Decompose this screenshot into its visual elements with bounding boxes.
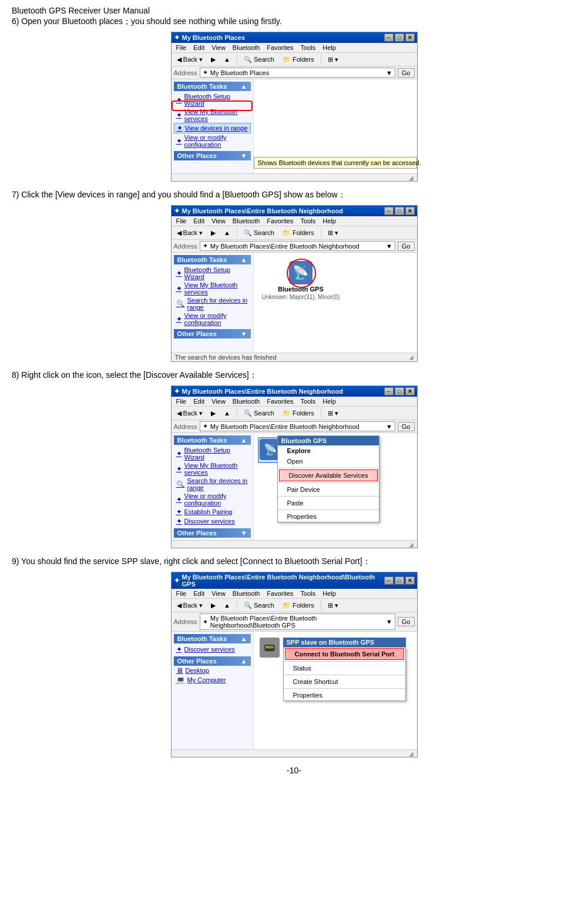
addr-box-3[interactable]: ✦ My Bluetooth Places\Entire Bluetooth N… [200, 421, 395, 431]
task-pairing-3[interactable]: ✦ Establish Pairing [174, 507, 251, 517]
addr-dropdown-4[interactable]: ▼ [386, 618, 392, 625]
menu-edit-3[interactable]: Edit [190, 397, 208, 405]
task-desktop-4[interactable]: 🖥 Desktop [174, 666, 251, 675]
task-search-3[interactable]: 🔍 Search for devices in range [174, 477, 251, 492]
task-discover-3[interactable]: ✦ Discover services [174, 517, 251, 526]
search-btn-4[interactable]: 🔍 Search [241, 601, 277, 611]
task-setup-wizard-1[interactable]: ✦ Bluetooth Setup Wizard [174, 92, 251, 108]
max-btn-4[interactable]: □ [395, 576, 404, 585]
menu-tools-3[interactable]: Tools [297, 397, 320, 405]
go-btn-2[interactable]: Go [398, 242, 415, 251]
address-dropdown-1[interactable]: ▼ [386, 69, 392, 76]
menu-tools-4[interactable]: Tools [297, 589, 320, 598]
addr-box-4[interactable]: ✦ My Bluetooth Places\Entire Bluetooth N… [200, 613, 395, 630]
go-btn-1[interactable]: Go [398, 68, 415, 78]
ctx-status-4[interactable]: Status [284, 663, 406, 673]
up-btn-4[interactable]: ▲ [221, 601, 233, 610]
go-btn-4[interactable]: Go [398, 617, 415, 626]
search-btn-3[interactable]: 🔍 Search [241, 408, 277, 418]
max-btn-2[interactable]: □ [395, 207, 404, 215]
menu-favorites-2[interactable]: Favorites [263, 217, 297, 225]
menu-edit-4[interactable]: Edit [190, 589, 208, 598]
address-box-1[interactable]: ✦ My Bluetooth Places ▼ [200, 68, 395, 78]
fwd-btn-2[interactable]: ▶ [208, 228, 219, 238]
ctx-explore-3[interactable]: Explore [278, 445, 379, 456]
task-config-3[interactable]: ✦ View or modify configuration [174, 492, 251, 507]
up-btn-1[interactable]: ▲ [221, 55, 233, 64]
ctx-open-3[interactable]: Open [278, 456, 379, 467]
min-btn-2[interactable]: ─ [384, 207, 394, 215]
task-config-2[interactable]: ✦ View or modify configuration [174, 311, 251, 327]
maximize-btn-1[interactable]: □ [395, 33, 404, 42]
search-btn-2[interactable]: 🔍 Search [241, 228, 277, 238]
task-services-2[interactable]: ✦ View My Bluetooth services [174, 281, 251, 296]
go-btn-3[interactable]: Go [398, 422, 415, 431]
ctx-shortcut-4[interactable]: Create Shortcut [284, 676, 406, 687]
ctx-pair-3[interactable]: Pair Device [278, 484, 379, 495]
view-btn-4[interactable]: ⊞ ▾ [325, 601, 341, 611]
close-btn-3[interactable]: ✕ [405, 387, 415, 395]
menu-bluetooth-4[interactable]: Bluetooth [229, 589, 263, 598]
addr-dropdown-3[interactable]: ▼ [386, 423, 392, 430]
menu-help-2[interactable]: Help [319, 217, 340, 225]
task-wizard-2[interactable]: ✦ Bluetooth Setup Wizard [174, 266, 251, 281]
up-btn-2[interactable]: ▲ [221, 228, 233, 237]
menu-view-2[interactable]: View [208, 217, 229, 225]
forward-btn-1[interactable]: ▶ [208, 55, 219, 65]
task-mycomputer-4[interactable]: 💻 My Computer [174, 675, 251, 685]
task-services-3[interactable]: ✦ View My Bluetooth services [174, 461, 251, 477]
back-btn-4[interactable]: ◀ Back ▾ [174, 601, 206, 611]
menu-bluetooth-2[interactable]: Bluetooth [229, 217, 263, 225]
back-btn-1[interactable]: ◀ Back ▾ [174, 55, 206, 65]
fwd-btn-3[interactable]: ▶ [208, 408, 219, 418]
menu-help-4[interactable]: Help [319, 589, 340, 598]
menu-file-3[interactable]: File [173, 397, 190, 405]
folders-btn-2[interactable]: 📁 Folders [280, 228, 317, 238]
addr-dropdown-2[interactable]: ▼ [386, 243, 392, 250]
ctx-props-4[interactable]: Properties [284, 690, 406, 700]
menu-edit-1[interactable]: Edit [190, 43, 208, 52]
ctx-connect-4[interactable]: Connect to Bluetooth Serial Port [285, 648, 405, 660]
view-btn-2[interactable]: ⊞ ▾ [325, 228, 341, 238]
back-btn-2[interactable]: ◀ Back ▾ [174, 228, 206, 238]
close-btn-2[interactable]: ✕ [405, 207, 415, 215]
folders-btn-4[interactable]: 📁 Folders [280, 601, 317, 611]
menu-file-2[interactable]: File [173, 217, 190, 225]
max-btn-3[interactable]: □ [395, 387, 404, 395]
task-search-2[interactable]: 🔍 Search for devices in range [174, 296, 251, 311]
min-btn-4[interactable]: ─ [384, 576, 394, 585]
ctx-paste-3[interactable]: Paste [278, 498, 379, 508]
menu-favorites-4[interactable]: Favorites [263, 589, 297, 598]
folders-btn-1[interactable]: 📁 Folders [280, 55, 317, 65]
menu-tools-1[interactable]: Tools [297, 43, 320, 52]
up-btn-3[interactable]: ▲ [221, 408, 233, 418]
task-discover-4[interactable]: ✦ Discover services [174, 645, 251, 654]
ctx-props-3[interactable]: Properties [278, 511, 379, 522]
close-btn-4[interactable]: ✕ [405, 576, 415, 585]
menu-tools-2[interactable]: Tools [297, 217, 320, 225]
menu-view-1[interactable]: View [208, 43, 229, 52]
addr-box-2[interactable]: ✦ My Bluetooth Places\Entire Bluetooth N… [200, 241, 395, 251]
minimize-btn-1[interactable]: ─ [384, 33, 394, 42]
menu-help-1[interactable]: Help [319, 43, 340, 52]
task-modify-config-1[interactable]: ✦ View or modify configuration [174, 133, 251, 149]
view-btn-3[interactable]: ⊞ ▾ [325, 408, 341, 418]
ctx-discover-3[interactable]: Discover Available Services [279, 470, 378, 481]
menu-favorites-1[interactable]: Favorites [263, 43, 297, 52]
view-btn-1[interactable]: ⊞ ▾ [325, 55, 341, 65]
menu-bluetooth-3[interactable]: Bluetooth [229, 397, 263, 405]
close-btn-1[interactable]: ✕ [405, 33, 415, 42]
task-wizard-3[interactable]: ✦ Bluetooth Setup Wizard [174, 446, 251, 461]
back-btn-3[interactable]: ◀ Back ▾ [174, 408, 206, 418]
task-view-services-1[interactable]: ✦ View My Bluetooth services [174, 108, 251, 123]
menu-edit-2[interactable]: Edit [190, 217, 208, 225]
menu-view-4[interactable]: View [208, 589, 229, 598]
folders-btn-3[interactable]: 📁 Folders [280, 408, 317, 418]
search-btn-1[interactable]: 🔍 Search [241, 55, 277, 65]
menu-view-3[interactable]: View [208, 397, 229, 405]
menu-favorites-3[interactable]: Favorites [263, 397, 297, 405]
menu-file-4[interactable]: File [173, 589, 190, 598]
menu-file-1[interactable]: File [173, 43, 190, 52]
menu-help-3[interactable]: Help [319, 397, 340, 405]
min-btn-3[interactable]: ─ [384, 387, 394, 395]
